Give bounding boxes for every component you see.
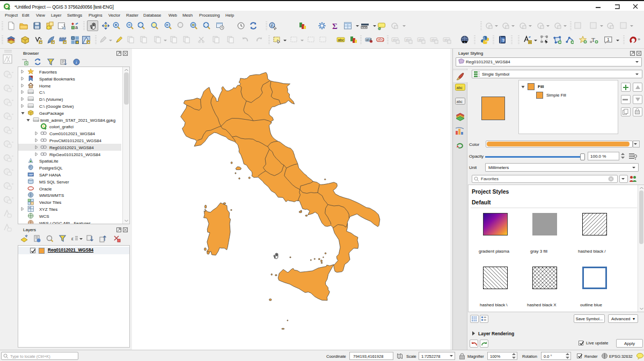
svg-text:abc: abc bbox=[457, 86, 463, 90]
svg-text:?: ? bbox=[502, 38, 504, 43]
svg-text:Σ: Σ bbox=[332, 22, 338, 30]
svg-text:abc: abc bbox=[338, 38, 345, 42]
svg-text:T: T bbox=[591, 36, 595, 43]
svg-text:abc: abc bbox=[457, 100, 463, 104]
svg-text:abc: abc bbox=[378, 38, 384, 41]
svg-text:a: a bbox=[75, 25, 78, 30]
svg-text:xy: xy bbox=[28, 207, 31, 209]
svg-text:ε: ε bbox=[71, 236, 74, 241]
svg-text:SAP: SAP bbox=[28, 173, 33, 176]
